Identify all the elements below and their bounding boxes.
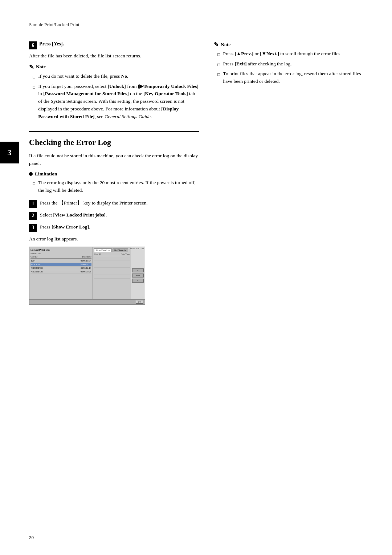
screen-ok-button[interactable]: OK [136, 300, 143, 304]
screen-col-headers: User ID Date/Time [30, 256, 91, 259]
step-3-body: An error log list appears. [29, 235, 199, 243]
screen-btn-up[interactable]: ▲ [132, 268, 144, 272]
note-1-item-2: □ If you forget your password, select [U… [33, 83, 199, 121]
checkbox-icon-1: □ [33, 74, 35, 81]
limitation-label: Limitation [35, 171, 57, 177]
screen-tab-no-files: No Files exist [113, 248, 128, 252]
checkbox-icon-r2: □ [217, 61, 220, 68]
screen-btn-select[interactable]: Select [132, 274, 144, 278]
note-2-section: ✎ Note □ Press [▲Prev.] or [▼Next.] to s… [214, 41, 363, 85]
note-1-heading: ✎ Note [29, 64, 199, 70]
screen-right-row-3 [94, 264, 130, 268]
screen-right-cols: User ID Date/Time [94, 253, 130, 256]
screen-row-4-date: 05/05 00:23 [81, 271, 91, 273]
page-number: 20 [29, 535, 34, 540]
screen-right-row-1 [94, 257, 130, 260]
screen-right-row-6 [94, 275, 130, 279]
screen-left-panel: Locked Print jobs Select Files User ID D… [29, 247, 93, 304]
chapter-tab: 3 [0, 142, 19, 163]
limitation-heading: Limitation [29, 171, 199, 177]
screen-bottom-bar: OK [29, 299, 145, 304]
screen-row-2: 12345678 05/05 11:05 [30, 263, 91, 267]
left-column: 6 Press [Yes]. After the file has been d… [29, 41, 199, 305]
screen-right-col-datetime: Date/Time [121, 253, 130, 255]
page: Sample Print/Locked Print 3 6 Press [Yes… [0, 0, 392, 555]
note-1-item-1-text: If you do not want to delete the file, p… [38, 73, 128, 80]
screen-row-2-date: 05/05 11:05 [81, 263, 91, 266]
section-intro: If a file could not be stored in this ma… [29, 152, 199, 167]
screen-side-buttons: ▲ Select ▼ [131, 247, 145, 304]
step-1-label: Press the 【Printer】 key to display the P… [40, 199, 199, 207]
note-2-label: Note [221, 42, 230, 48]
screen-row-4: ABCDEFGH 05/05 00:23 [30, 270, 91, 274]
step-2-label: Select [View Locked Print jobs]. [40, 211, 199, 219]
step-2-row: 2 Select [View Locked Print jobs]. [29, 211, 199, 220]
note-2-item-3-text: To print files that appear in the error … [223, 70, 363, 85]
limitation-section: Limitation □ The error log displays only… [29, 171, 199, 194]
screen-row-1: 1234 05/05 10:04 [30, 259, 91, 263]
note-1-label: Note [36, 64, 46, 70]
note-2-item-2-text: Press [Exit] after checking the log. [223, 60, 292, 68]
step-6-heading: 6 Press [Yes]. [29, 41, 199, 49]
screen-row-1-date: 05/05 10:04 [81, 260, 91, 262]
note-2-item-1: □ Press [▲Prev.] or [▼Next.] to scroll t… [217, 50, 363, 58]
screen-row-4-user: ABCDEFGH [31, 271, 42, 273]
step-1-row: 1 Press the 【Printer】 key to display the… [29, 199, 199, 208]
limitation-list: □ The error log displays only the 20 mos… [29, 179, 199, 194]
note-1-section: ✎ Note □ If you do not want to delete th… [29, 64, 199, 121]
screen-select-files-label: Select Files [30, 252, 91, 255]
screen-right-row-2 [94, 260, 130, 264]
limitation-item-1: □ The error log displays only the 20 mos… [33, 179, 199, 194]
screen-right-row-4 [94, 268, 130, 271]
screen-tabs: Show Error Log No Files exist [94, 248, 130, 252]
screen-tab-error-log: Show Error Log [94, 248, 112, 252]
section-title: Checking the Error Log [29, 138, 199, 147]
screen-left-title: Locked Print jobs [30, 248, 91, 251]
note-1-item-1: □ If you do not want to delete the file,… [33, 73, 199, 81]
screen-row-3: ABCDEFGH 05/05 12:13 [30, 267, 91, 270]
step-2-number: 2 [29, 212, 37, 220]
step-6-number: 6 [29, 41, 37, 49]
section-divider [29, 131, 199, 132]
note-2-list: □ Press [▲Prev.] or [▼Next.] to scroll t… [214, 50, 363, 85]
note-2-item-1-text: Press [▲Prev.] or [▼Next.] to scroll thr… [223, 50, 342, 58]
right-column: ✎ Note □ Press [▲Prev.] or [▼Next.] to s… [214, 41, 363, 305]
screen-container: 10 999 2010 17:14 Locked Print jobs Sele… [29, 247, 199, 305]
screen-right-row-5 [94, 271, 130, 275]
limitation-dot-icon [29, 172, 33, 176]
screen-right-col-userid: User ID [94, 253, 101, 255]
note-icon-2: ✎ [214, 41, 219, 48]
note-2-item-2: □ Press [Exit] after checking the log. [217, 60, 363, 68]
screen-top-info: 10 999 2010 17:14 [130, 248, 144, 250]
screen-top-bar: 10 999 2010 17:14 [129, 247, 145, 250]
checkbox-icon-r1: □ [217, 51, 220, 58]
header-title: Sample Print/Locked Print [29, 22, 79, 28]
screen-col-datetime: Date/Time [82, 256, 91, 258]
step-3-number: 3 [29, 224, 37, 232]
screen-btn-down[interactable]: ▼ [132, 279, 144, 283]
checkbox-icon-2: □ [33, 84, 35, 91]
note-2-heading: ✎ Note [214, 41, 363, 48]
screen-row-1-user: 1234 [31, 260, 35, 262]
screen-right-rows [94, 257, 130, 303]
note-1-list: □ If you do not want to delete the file,… [29, 73, 199, 121]
limitation-item-1-text: The error log displays only the 20 most … [38, 179, 199, 194]
step-3-label: Press [Show Error Log]. [40, 223, 199, 231]
note-icon-1: ✎ [29, 64, 34, 70]
screen-row-3-user: ABCDEFGH [31, 267, 42, 269]
header-bar: Sample Print/Locked Print [29, 22, 363, 30]
two-column-layout: 6 Press [Yes]. After the file has been d… [29, 41, 363, 305]
screen-mockup: 10 999 2010 17:14 Locked Print jobs Sele… [29, 247, 145, 305]
step-1-number: 1 [29, 200, 37, 208]
step-3-row: 3 Press [Show Error Log]. [29, 223, 199, 232]
steps-section: 1 Press the 【Printer】 key to display the… [29, 199, 199, 305]
screen-col-userid: User ID [30, 256, 37, 258]
screen-row-2-user: 12345678 [31, 263, 40, 266]
screen-row-3-date: 05/05 12:13 [81, 267, 91, 269]
note-1-item-2-text: If you forget your password, select [Unl… [38, 83, 199, 121]
checkbox-icon-r3: □ [217, 71, 220, 78]
note-2-item-3: □ To print files that appear in the erro… [217, 70, 363, 85]
checkbox-icon-lim: □ [33, 180, 35, 187]
step-6-label: Press [Yes]. [39, 41, 64, 47]
screen-right-panel: Show Error Log No Files exist User ID Da… [93, 247, 131, 304]
